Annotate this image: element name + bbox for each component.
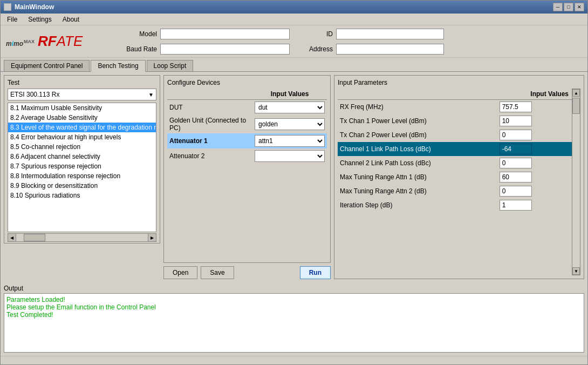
list-item[interactable]: 8.1 Maximum Usable Sensitivity [8,103,156,113]
test-list[interactable]: 8.1 Maximum Usable Sensitivity 8.2 Avera… [8,103,156,232]
right-panel: Input Parameters Input Values [334,75,584,279]
id-label: ID [300,30,333,38]
config-attn1-select[interactable]: attn1 [255,135,325,147]
param-chan1loss-label: Channel 1 Link Path Loss (dBc) [338,142,497,156]
param-row-attn1range: Max Tuning Range Attn 1 (dB) [338,170,572,184]
config-dut-select[interactable]: dut [255,102,325,113]
list-item[interactable]: 8.7 Spurious response rejection [8,161,156,171]
test-dropdown[interactable]: ETSI 300.113 Rx ▼ [8,89,156,100]
config-attn2-select[interactable] [255,150,325,162]
restore-button[interactable]: □ [564,3,573,11]
menu-bar: File Settings About [1,13,587,25]
param-row-txchan1: Tx Chan 1 Power Level (dBm) [338,114,572,128]
address-input[interactable] [336,44,444,55]
model-input[interactable] [160,29,290,39]
hscroll-thumb[interactable] [24,234,45,241]
model-label: Model [125,30,157,38]
param-txchan1-input[interactable] [500,116,532,126]
config-golden-label: Golden Unit (Connected to PC) [167,115,252,133]
param-row-iterstep: Iteration Step (dB) [338,198,572,212]
tab-loop[interactable]: Loop Script [147,60,194,71]
address-row: Address [300,44,444,55]
model-baud-fields: Model Baud Rate [125,29,290,55]
param-iterstep-input[interactable] [500,200,532,211]
tab-equipment[interactable]: Equipment Control Panel [4,60,90,71]
list-item[interactable]: 8.9 Blocking or desensitization [8,181,156,191]
baud-label: Baud Rate [125,45,157,53]
address-label: Address [300,45,333,53]
param-rxfreq-input[interactable] [500,102,532,112]
hscroll-right-btn[interactable]: ▶ [148,233,156,242]
list-item[interactable]: 8.5 Co-channel rejection [8,142,156,152]
title-bar: MainWindow ─ □ ✕ [1,1,587,13]
config-row-dut: DUT dut [167,100,327,116]
minimize-button[interactable]: ─ [553,3,563,11]
test-section: Test ETSI 300.113 Rx ▼ 8.1 Maximum Usabl… [4,75,160,244]
param-row-attn2range: Max Tuning Range Attn 2 (dB) [338,184,572,198]
tab-bench[interactable]: Bench Testing [91,60,145,72]
scroll-up-btn[interactable]: ▲ [572,89,580,97]
output-box[interactable]: Parameters Loaded! Please setup the Emai… [4,293,584,353]
window-title: MainWindow [15,3,54,11]
output-line-2: Please setup the Email function in the C… [6,303,582,311]
tabs-area: Equipment Control Panel Bench Testing Lo… [1,58,587,71]
menu-file[interactable]: File [3,15,22,24]
action-row: Open Save Run [163,266,331,279]
menu-settings[interactable]: Settings [24,15,56,24]
params-table: Input Values RX Freq (MHz) Tx Chan 1 Pow… [338,89,572,212]
scroll-thumb[interactable] [572,98,580,114]
list-item[interactable]: 8.3 Level of the wanted signal for the d… [8,123,156,132]
param-chan2loss-input[interactable] [500,158,532,168]
main-content: Test ETSI 300.113 Rx ▼ 8.1 Maximum Usabl… [1,72,587,282]
dropdown-arrow-icon: ▼ [148,92,154,98]
param-row-rxfreq: RX Freq (MHz) [338,100,572,114]
params-scrollbar[interactable]: ▲ ▼ [572,89,580,275]
list-item[interactable]: 8.8 Intermodulation response rejection [8,171,156,181]
list-item[interactable]: 8.10 Spurious radiations [8,191,156,200]
middle-panel: Configure Devices Input Values DUT [163,75,331,279]
baud-row: Baud Rate [125,44,290,55]
save-button[interactable]: Save [201,266,234,279]
id-input[interactable] [336,29,444,39]
output-panel: Output Parameters Loaded! Please setup t… [1,282,587,356]
id-row: ID [300,29,444,39]
model-row: Model [125,29,290,39]
config-attn1-label: Attenuator 1 [167,133,252,148]
logo: mimo MAX RF ATE [6,33,114,50]
test-dropdown-value: ETSI 300.113 Rx [10,91,59,98]
menu-about[interactable]: About [58,15,84,24]
output-line-3: Test Completed! [6,311,582,319]
close-button[interactable]: ✕ [575,3,584,11]
run-button[interactable]: Run [300,266,331,279]
scroll-down-btn[interactable]: ▼ [572,267,580,275]
config-golden-select[interactable]: golden [255,118,325,130]
config-col-input: Input Values [252,89,327,100]
window-icon [4,3,11,11]
param-attn2range-input[interactable] [500,186,532,197]
param-row-chan2loss: Channel 2 Link Path Loss (dBc) [338,156,572,170]
open-button[interactable]: Open [163,266,197,279]
output-label: Output [4,285,584,292]
configure-table: Input Values DUT dut [167,89,327,164]
config-col-device [167,89,252,100]
param-txchan2-input[interactable] [500,130,532,140]
baud-input[interactable] [160,44,290,55]
config-dut-label: DUT [167,100,252,116]
param-row-txchan2: Tx Chan 2 Power Level (dBm) [338,128,572,142]
config-attn2-label: Attenuator 2 [167,148,252,164]
status-bar [1,356,587,364]
param-chan1loss-input[interactable] [500,144,532,154]
params-col-label [338,89,497,100]
list-hscroll[interactable]: ◀ ▶ [8,233,156,242]
test-label: Test [8,79,156,86]
param-attn2range-label: Max Tuning Range Attn 2 (dB) [338,184,497,198]
hscroll-left-btn[interactable]: ◀ [8,233,16,242]
config-row-golden: Golden Unit (Connected to PC) golden [167,115,327,133]
list-item[interactable]: 8.2 Average Usable Sensitivity [8,113,156,123]
list-item[interactable]: 8.6 Adjacent channel selectivity [8,152,156,161]
params-label: Input Parameters [338,79,580,86]
list-item[interactable]: 8.4 Error behaviour at high input levels [8,132,156,142]
param-attn1range-input[interactable] [500,172,532,182]
param-txchan1-label: Tx Chan 1 Power Level (dBm) [338,114,497,128]
title-bar-buttons: ─ □ ✕ [553,3,584,11]
